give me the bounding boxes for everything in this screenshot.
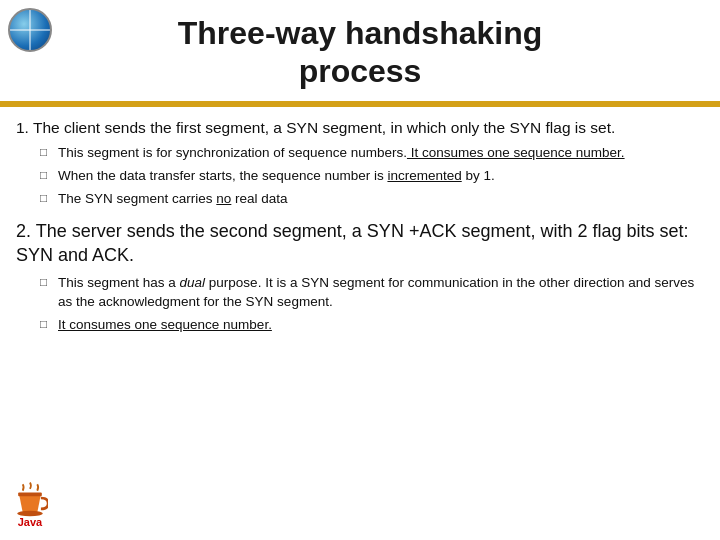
bullet-2-1-italic: dual (180, 275, 206, 290)
bullet-1-2: When the data transfer starts, the seque… (40, 167, 704, 186)
section-1: 1. The client sends the first segment, a… (16, 117, 704, 209)
bullet-2-2-underline: It consumes one sequence number. (58, 317, 272, 332)
bullet-1-2-after: by 1. (462, 168, 495, 183)
bullet-1-2-normal: When the data transfer starts, the seque… (58, 168, 387, 183)
section-1-heading: 1. The client sends the first segment, a… (16, 117, 704, 139)
bullet-1-3-after: real data (231, 191, 287, 206)
bullet-1-3-normal: The SYN segment carries (58, 191, 216, 206)
bullet-1-1: This segment is for synchronization of s… (40, 144, 704, 163)
bullet-1-1-underline: It consumes one sequence number. (407, 145, 625, 160)
bullet-2-1-normal: This segment has a (58, 275, 180, 290)
section-2: 2. The server sends the second segment, … (16, 219, 704, 334)
title-line1: Three-way handshaking (178, 15, 543, 51)
title-line2: process (299, 53, 422, 89)
section-2-heading: 2. The server sends the second segment, … (16, 219, 704, 268)
bullet-1-3: The SYN segment carries no real data (40, 190, 704, 209)
bullet-1-2-underline: incremented (387, 168, 461, 183)
globe-logo (8, 8, 56, 56)
section-2-bullets: This segment has a dual purpose. It is a… (16, 274, 704, 335)
section-1-bullets: This segment is for synchronization of s… (16, 144, 704, 209)
java-cup-icon (12, 478, 48, 518)
svg-point-1 (17, 511, 42, 516)
bullet-1-1-normal: This segment is for synchronization of s… (58, 145, 407, 160)
globe-icon (8, 8, 52, 52)
divider-bar (0, 101, 720, 107)
slide-title: Three-way handshaking process (0, 14, 720, 91)
bullet-2-2: It consumes one sequence number. (40, 316, 704, 335)
content-area: 1. The client sends the first segment, a… (0, 117, 720, 335)
java-logo: Java (12, 478, 48, 528)
bullet-2-1: This segment has a dual purpose. It is a… (40, 274, 704, 312)
bullet-1-3-underline: no (216, 191, 231, 206)
title-area: Three-way handshaking process (0, 0, 720, 101)
slide: Three-way handshaking process 1. The cli… (0, 0, 720, 540)
svg-rect-0 (18, 493, 42, 497)
